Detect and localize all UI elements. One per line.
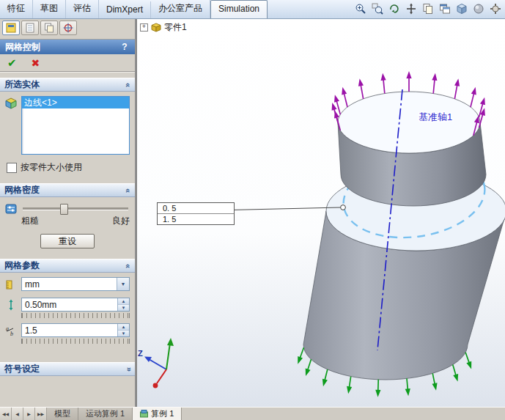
triad-z-label: Z bbox=[138, 349, 143, 358]
view-toolbar bbox=[353, 1, 505, 18]
window-cascade-icon[interactable] bbox=[438, 1, 452, 16]
tab-features[interactable]: 特征 bbox=[0, 0, 33, 18]
tab-scroll-next-icon[interactable]: ▶ bbox=[23, 408, 35, 420]
tab-label: 模型 bbox=[54, 408, 70, 419]
triad-y-arrow bbox=[167, 338, 174, 346]
mesh-size-spinner[interactable]: 0.50mm ▲ ▼ bbox=[21, 298, 130, 312]
study-icon bbox=[140, 410, 148, 418]
tree-item-part[interactable]: 零件1 bbox=[164, 21, 187, 34]
group-header-mesh-density[interactable]: 网格密度 « bbox=[0, 183, 135, 197]
ok-check-icon[interactable]: ✔ bbox=[7, 56, 17, 70]
confirm-bar: ✔ ✖ bbox=[0, 54, 135, 73]
group-title: 所选实体 bbox=[4, 78, 40, 91]
property-manager-panel: 网格控制 ? ✔ ✖ 所选实体 « 边线<1> 按零件大小使用 网格密度 « bbox=[0, 19, 136, 408]
tab-dimxpert[interactable]: DimXpert bbox=[99, 1, 151, 18]
pan-icon[interactable] bbox=[404, 1, 419, 16]
propertymanager-tab[interactable] bbox=[2, 21, 20, 35]
tab-model[interactable]: 模型 bbox=[47, 408, 78, 420]
mesh-density-icon bbox=[5, 202, 21, 217]
feature-tree-overlay: + 零件1 bbox=[140, 21, 187, 34]
tree-expand-icon[interactable]: + bbox=[140, 23, 148, 32]
checkbox-label: 按零件大小使用 bbox=[21, 161, 82, 174]
group-header-mesh-parameters[interactable]: 网格参数 « bbox=[0, 259, 135, 273]
tab-office-products[interactable]: 办公室产品 bbox=[151, 0, 210, 18]
callout-anchor-point[interactable] bbox=[341, 205, 346, 210]
ratio-value: 1.5 bbox=[22, 324, 117, 336]
coarse-label: 粗糙 bbox=[21, 215, 39, 227]
tab-motion-study[interactable]: 运动算例 1 bbox=[78, 408, 133, 420]
zoom-in-icon[interactable] bbox=[353, 1, 368, 16]
density-slider-handle[interactable] bbox=[60, 204, 68, 215]
panel-tab-strip bbox=[0, 19, 135, 40]
unit-ruler-icon bbox=[5, 277, 21, 292]
mesh-density-body: 粗糙 良好 重设 bbox=[0, 197, 135, 254]
group-title: 网格密度 bbox=[4, 184, 40, 196]
fine-label: 良好 bbox=[112, 215, 130, 227]
use-per-part-size-row: 按零件大小使用 bbox=[7, 161, 130, 174]
chevron-up-icon[interactable]: « bbox=[124, 188, 133, 192]
menubar: 特征 草图 评估 DimXpert 办公室产品 Simulation bbox=[0, 0, 505, 19]
cancel-x-icon[interactable]: ✖ bbox=[32, 57, 40, 69]
chevron-up-icon[interactable]: « bbox=[124, 82, 133, 86]
tab-sketch[interactable]: 草图 bbox=[33, 0, 66, 18]
unit-combobox[interactable]: mm ▼ bbox=[21, 277, 130, 291]
selected-entities-body: 边线<1> 按零件大小使用 bbox=[0, 92, 135, 178]
zoom-window-icon[interactable] bbox=[370, 1, 385, 16]
triad-x-ball bbox=[153, 383, 158, 388]
help-icon[interactable]: ? bbox=[119, 42, 130, 52]
featuremanager-tab[interactable] bbox=[21, 21, 39, 35]
group-title: 符号设定 bbox=[4, 363, 40, 375]
tab-scroll-first-icon[interactable]: ◀◀ bbox=[0, 408, 12, 420]
spin-up-icon[interactable]: ▲ bbox=[118, 298, 129, 305]
tab-evaluate[interactable]: 评估 bbox=[66, 0, 99, 18]
spin-up-icon[interactable]: ▲ bbox=[118, 324, 129, 331]
sensor-target-tab[interactable] bbox=[59, 21, 77, 35]
datum-axis-label[interactable]: 基准轴1 bbox=[419, 111, 452, 122]
options-icon[interactable] bbox=[488, 1, 503, 16]
tab-simulation[interactable]: Simulation bbox=[210, 0, 268, 18]
display-style-icon[interactable] bbox=[471, 1, 486, 16]
dropdown-arrow-icon[interactable]: ▼ bbox=[117, 278, 129, 290]
mesh-control-callout[interactable]: 0. 5 1. 5 bbox=[157, 202, 235, 225]
spin-down-icon[interactable]: ▼ bbox=[118, 305, 129, 311]
tab-scroll-last-icon[interactable]: ▶▶ bbox=[35, 408, 47, 420]
group-title: 网格参数 bbox=[4, 259, 40, 272]
unit-value: mm bbox=[22, 278, 117, 290]
chevron-down-icon[interactable]: « bbox=[124, 366, 133, 371]
entity-cube-icon bbox=[5, 96, 21, 111]
ratio-ticks[interactable] bbox=[21, 339, 130, 344]
rotate-view-icon[interactable] bbox=[387, 1, 402, 16]
list-item-edge[interactable]: 边线<1> bbox=[22, 97, 129, 108]
propertymanager-title-bar: 网格控制 ? bbox=[0, 40, 135, 54]
mesh-size-ticks[interactable] bbox=[21, 313, 130, 318]
tab-scroll-prev-icon[interactable]: ◀ bbox=[12, 408, 23, 420]
mesh-density-slider-area: 粗糙 良好 bbox=[21, 202, 130, 227]
selected-entities-list[interactable]: 边线<1> bbox=[21, 96, 130, 155]
callout-ratio-value: 1. 5 bbox=[158, 213, 234, 224]
group-header-selected-entities[interactable]: 所选实体 « bbox=[0, 78, 135, 92]
group-header-symbol-settings[interactable]: 符号设定 « bbox=[0, 362, 135, 376]
ratio-spinner[interactable]: 1.5 ▲ ▼ bbox=[21, 323, 130, 337]
checkbox[interactable] bbox=[7, 163, 17, 173]
mesh-size-value: 0.50mm bbox=[22, 298, 117, 311]
configuration-tab[interactable] bbox=[40, 21, 58, 35]
graphics-viewport[interactable]: 基准轴1 Z + 零件1 0. 5 1. 5 bbox=[136, 19, 505, 408]
small-cylinder-top-face[interactable] bbox=[338, 92, 480, 153]
mesh-size-icon bbox=[5, 298, 21, 313]
mesh-parameters-body: mm ▼ 0.50mm ▲ ▼ ab bbox=[0, 273, 135, 352]
svg-text:b: b bbox=[10, 331, 13, 336]
orientation-triad: Z bbox=[138, 338, 174, 388]
tab-label: 运动算例 1 bbox=[86, 408, 125, 419]
reset-button[interactable]: 重设 bbox=[40, 234, 95, 248]
spin-down-icon[interactable]: ▼ bbox=[118, 331, 129, 336]
tab-label: 算例 1 bbox=[151, 408, 174, 419]
callout-size-value: 0. 5 bbox=[158, 203, 234, 213]
ratio-icon: ab bbox=[5, 323, 21, 339]
density-slider[interactable] bbox=[21, 203, 130, 214]
copy-icon[interactable] bbox=[421, 1, 435, 16]
chevron-up-icon[interactable]: « bbox=[124, 263, 133, 268]
study-tab-bar: ◀◀ ◀ ▶ ▶▶ 模型 运动算例 1 算例 1 bbox=[0, 407, 505, 420]
tab-simulation-study[interactable]: 算例 1 bbox=[133, 408, 182, 420]
view-orientation-icon[interactable] bbox=[454, 1, 469, 16]
page-title: 网格控制 bbox=[5, 41, 40, 54]
